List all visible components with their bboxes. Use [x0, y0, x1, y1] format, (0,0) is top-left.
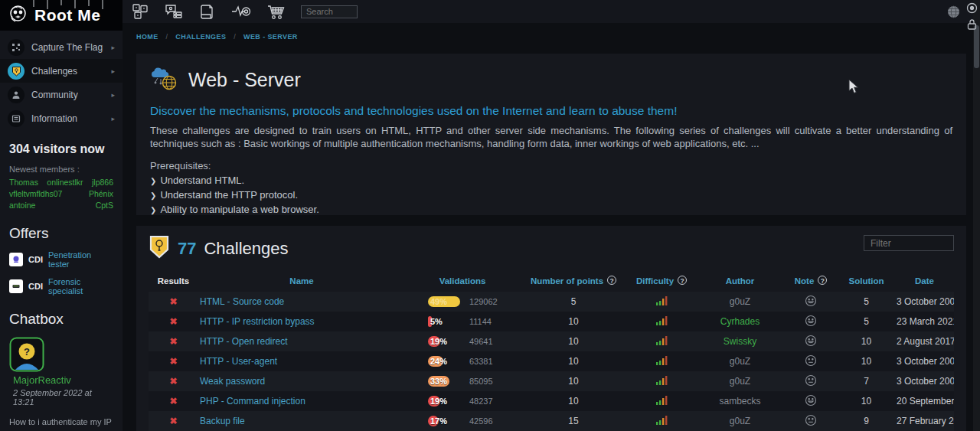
cart-icon[interactable] — [266, 3, 286, 21]
not-validated-icon: ✖ — [169, 396, 177, 407]
breadcrumb-separator: / — [234, 33, 236, 41]
member-link[interactable]: vfleltvmfldhs07 — [9, 189, 62, 198]
challenge-row[interactable]: ✖Backup file17%4259615g0uZ927 February 2… — [149, 411, 954, 431]
help-icon[interactable]: ? — [607, 276, 616, 285]
validation-percent: 17% — [430, 416, 447, 426]
svg-text:?: ? — [24, 346, 30, 358]
category-subtitle: Discover the mechanisms, protocols and t… — [150, 104, 952, 118]
neutral-face-icon — [805, 354, 817, 367]
validation-count: 63381 — [469, 357, 493, 366]
information-icon — [8, 110, 24, 127]
author-link[interactable]: g0uZ — [730, 416, 750, 426]
grin-face-icon — [805, 335, 817, 347]
logo[interactable]: Root Me — [0, 0, 122, 31]
sidebar-item-challenges[interactable]: Challenges ▸ — [0, 59, 122, 83]
validation-progress: 24%63381 — [407, 356, 518, 367]
breadcrumb-challenges[interactable]: CHALLENGES — [175, 33, 226, 41]
member-link[interactable]: Thomas — [9, 178, 38, 187]
challenge-row[interactable]: ✖HTTP - Open redirect19%4964110Swissky10… — [149, 331, 954, 351]
challenge-link[interactable]: HTTP - IP restriction bypass — [200, 316, 315, 327]
faq-icon[interactable] — [132, 3, 149, 21]
chatbox-title: Chatbox — [9, 311, 113, 328]
challenge-link[interactable]: PHP - Command injection — [200, 396, 305, 407]
author-link[interactable]: g0uZ — [730, 356, 750, 367]
sidebar-item-community[interactable]: Community ▸ — [0, 83, 122, 106]
challenge-link[interactable]: HTTP - User-agent — [200, 356, 277, 367]
author-link[interactable]: g0uZ — [730, 376, 750, 387]
points-value: 10 — [520, 331, 627, 351]
col-validations[interactable]: Validations — [405, 270, 520, 292]
points-value: 10 — [520, 351, 627, 371]
lock-overlay-icon[interactable] — [966, 18, 978, 31]
author-link[interactable]: Swissky — [724, 336, 756, 347]
challenge-link[interactable]: Backup file — [200, 416, 245, 426]
cloud-globe-icon — [150, 65, 179, 94]
sidebar-item-information[interactable]: Information ▸ — [0, 106, 122, 130]
prerequisites-label: Prerequisites: — [150, 160, 952, 171]
avatar[interactable]: ? — [9, 337, 44, 372]
visitors-count: 304 visitors now — [9, 142, 113, 156]
breadcrumb-web-server[interactable]: WEB - SERVER — [243, 33, 298, 41]
challenge-row[interactable]: ✖PHP - Command injection19%4823710sambec… — [149, 391, 954, 411]
challenge-link[interactable]: HTTP - Open redirect — [200, 336, 287, 347]
member-link[interactable]: antoine — [9, 201, 35, 210]
challenge-row[interactable]: ✖HTTP - IP restriction bypass5%1114410Cy… — [149, 312, 954, 331]
col-date[interactable]: Date — [895, 270, 954, 292]
col-results[interactable]: Results — [149, 270, 198, 292]
col-author[interactable]: Author — [696, 270, 784, 292]
author-link[interactable]: sambecks — [719, 396, 760, 407]
member-link[interactable]: Phénix — [89, 189, 113, 198]
validation-count: 85095 — [469, 377, 493, 386]
member-link[interactable]: CptS — [96, 201, 113, 210]
challenge-row[interactable]: ✖HTML - Source code49%1290625g0uZ53 Octo… — [149, 292, 954, 312]
breadcrumb-home[interactable]: HOME — [136, 33, 158, 41]
author-link[interactable]: g0uZ — [730, 296, 750, 307]
validation-progress: 49%129062 — [407, 296, 518, 307]
challenge-row[interactable]: ✖Weak password33%8509510g0uZ73 October 2… — [149, 371, 954, 391]
col-note[interactable]: Note? — [784, 270, 838, 292]
docs-icon[interactable] — [198, 3, 216, 21]
validation-count: 129062 — [469, 297, 498, 306]
col-difficulty[interactable]: Difficulty? — [627, 270, 696, 292]
validation-count: 49641 — [469, 337, 493, 346]
challenges-table: Results Name Validations Number of point… — [149, 270, 954, 431]
offer-penetration-tester[interactable]: CDI Penetration tester — [9, 250, 113, 269]
col-name[interactable]: Name — [198, 270, 405, 292]
activity-target-icon[interactable] — [231, 3, 251, 20]
points-value: 10 — [520, 391, 627, 411]
target-overlay-icon[interactable] — [966, 2, 978, 14]
offer-link[interactable]: Forensic specialist — [48, 277, 113, 295]
chat-username-link[interactable]: MajorReactiv — [13, 374, 71, 386]
offer-forensic-specialist[interactable]: CDI Forensic specialist — [9, 277, 113, 295]
challenge-row[interactable]: ✖HTTP - User-agent24%6338110g0uZ103 Octo… — [149, 351, 954, 371]
sidebar-item-capture-the-flag[interactable]: Capture The Flag ▸ — [0, 35, 122, 59]
challenge-date: 3 October 2006 — [895, 351, 954, 371]
globe-icon[interactable] — [947, 5, 960, 18]
search-input[interactable] — [301, 5, 358, 18]
col-solution[interactable]: Solution — [838, 270, 895, 292]
challenge-link[interactable]: Weak password — [200, 376, 265, 387]
forum-server-icon[interactable] — [165, 3, 183, 21]
col-number-of-points[interactable]: Number of points? — [520, 270, 627, 292]
offer-logo — [9, 253, 23, 266]
challenge-date: 3 October 2006 — [895, 292, 954, 312]
neutral-face-icon — [805, 414, 817, 426]
validation-percent: 33% — [430, 376, 447, 387]
not-validated-icon: ✖ — [169, 356, 177, 367]
scrollbar[interactable] — [973, 0, 980, 431]
challenges-panel: 77 Challenges Results Name Validations N… — [136, 226, 966, 431]
member-link[interactable]: jlp866 — [92, 178, 113, 187]
challenge-link[interactable]: HTML - Source code — [200, 296, 284, 307]
help-icon[interactable]: ? — [678, 276, 687, 285]
chevron-right-icon: ▸ — [111, 115, 115, 122]
validation-progress: 33%85095 — [407, 376, 518, 387]
offer-contract: CDI — [28, 282, 43, 291]
filter-input[interactable] — [864, 235, 954, 251]
scrollbar-thumb[interactable] — [974, 25, 979, 68]
offer-link[interactable]: Penetration tester — [48, 250, 113, 269]
author-link[interactable]: Cyrhades — [720, 316, 760, 327]
member-link[interactable]: onlinestlkr — [47, 178, 83, 187]
chevron-right-icon: ▸ — [111, 67, 115, 75]
sidebar: Root Me Capture The Flag ▸ Challenges ▸ … — [0, 0, 122, 431]
help-icon[interactable]: ? — [818, 276, 827, 285]
